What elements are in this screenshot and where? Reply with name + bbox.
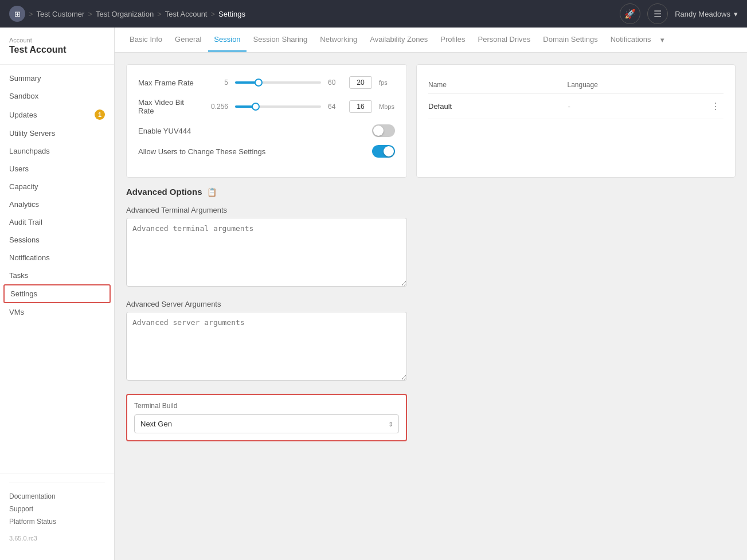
language-table-row: Default - ⋮ (428, 94, 723, 119)
video-bit-rate-min: 0.256 (208, 103, 228, 111)
tab-more-button[interactable]: ▾ (658, 31, 667, 49)
save-icon: 📋 (207, 187, 217, 197)
terminal-build-section: Terminal Build Next Gen Legacy (126, 394, 407, 441)
sidebar-item-settings[interactable]: Settings (3, 284, 111, 303)
account-label: Account (0, 37, 114, 45)
server-args-group: Advanced Server Arguments (126, 300, 407, 382)
terminal-build-select[interactable]: Next Gen Legacy (134, 414, 399, 433)
sidebar-item-launchpads[interactable]: Launchpads (0, 142, 114, 160)
allow-users-toggle-knob (384, 146, 394, 156)
col-name-header: Name (428, 81, 568, 89)
terminal-args-input[interactable] (126, 218, 407, 287)
row-menu-button[interactable]: ⋮ (707, 100, 723, 113)
sidebar-item-analytics[interactable]: Analytics (0, 195, 114, 213)
list-button[interactable]: ☰ (647, 3, 668, 24)
frame-rate-max: 60 (328, 79, 342, 87)
terminal-args-group: Advanced Terminal Arguments (126, 206, 407, 288)
lang-row-name: Default (428, 102, 568, 111)
video-bit-rate-max: 64 (328, 103, 342, 111)
rocket-icon: 🚀 (624, 9, 636, 19)
tab-domain-settings[interactable]: Domain Settings (537, 28, 603, 52)
sidebar-item-vms[interactable]: VMs (0, 303, 114, 321)
sidebar-item-capacity[interactable]: Capacity (0, 178, 114, 195)
language-panel: Name Language Default - ⋮ (416, 64, 736, 178)
breadcrumb-test-account[interactable]: Test Account (165, 10, 208, 18)
server-args-input[interactable] (126, 312, 407, 381)
breadcrumb-separator-0: > (29, 10, 33, 18)
sidebar-item-sandbox[interactable]: Sandbox (0, 87, 114, 105)
platform-status-link[interactable]: Platform Status (9, 518, 105, 526)
user-name: Randy Meadows (675, 10, 730, 18)
tab-notifications[interactable]: Notifications (605, 28, 657, 52)
breadcrumb-separator-3: > (210, 10, 215, 18)
tab-availability-zones[interactable]: Availability Zones (364, 28, 433, 52)
app-logo-icon: ⊞ (9, 6, 25, 22)
updates-badge: 1 (95, 109, 105, 120)
video-bit-rate-unit: Mbps (379, 103, 395, 110)
sidebar-item-summary[interactable]: Summary (0, 69, 114, 87)
video-bit-rate-slider[interactable] (235, 105, 321, 108)
tab-profiles[interactable]: Profiles (435, 28, 471, 52)
yuv444-toggle[interactable] (372, 124, 395, 137)
breadcrumb-area: ⊞ > Test Customer > Test Organization > … (9, 6, 245, 22)
version-label: 3.65.0.rc3 (9, 535, 105, 542)
tabs-bar: Basic Info General Session Session Shari… (115, 28, 747, 53)
sidebar-item-users[interactable]: Users (0, 160, 114, 178)
tab-personal-drives[interactable]: Personal Drives (472, 28, 537, 52)
max-frame-rate-label: Max Frame Rate (138, 79, 201, 87)
breadcrumb-settings: Settings (218, 10, 245, 18)
video-bit-rate-thumb[interactable] (252, 103, 260, 111)
terminal-build-label: Terminal Build (134, 402, 399, 410)
frame-rate-min: 5 (208, 79, 228, 87)
tab-session[interactable]: Session (208, 28, 246, 52)
breadcrumb-separator-2: > (157, 10, 162, 18)
top-nav: ⊞ > Test Customer > Test Organization > … (0, 0, 747, 28)
session-panel: Max Frame Rate 5 60 fps Max Video Bit Ra… (126, 64, 407, 178)
frame-rate-thumb[interactable] (255, 79, 263, 87)
max-video-bit-rate-label: Max Video Bit Rate (138, 98, 201, 115)
top-panels: Max Frame Rate 5 60 fps Max Video Bit Ra… (126, 64, 736, 178)
breadcrumb-test-org[interactable]: Test Organization (96, 10, 154, 18)
tab-general[interactable]: General (169, 28, 207, 52)
terminal-build-select-wrapper: Next Gen Legacy (134, 414, 399, 433)
yuv444-row: Enable YUV444 (138, 124, 395, 137)
sidebar: Account Test Account Summary Sandbox Upd… (0, 28, 115, 560)
tab-session-sharing[interactable]: Session Sharing (248, 28, 314, 52)
frame-rate-unit: fps (379, 79, 395, 86)
sidebar-footer: Documentation Support Platform Status 3.… (0, 473, 114, 551)
breadcrumb-test-customer[interactable]: Test Customer (37, 10, 85, 18)
terminal-args-label: Advanced Terminal Arguments (126, 206, 407, 214)
allow-users-label: Allow Users to Change These Settings (138, 147, 265, 156)
sidebar-item-notifications[interactable]: Notifications (0, 249, 114, 267)
sidebar-item-audit-trail[interactable]: Audit Trail (0, 213, 114, 231)
breadcrumb-separator-1: > (88, 10, 92, 18)
video-bit-rate-value[interactable] (349, 100, 372, 113)
advanced-options-title: Advanced Options 📋 (126, 187, 407, 197)
col-language-header: Language (568, 81, 707, 89)
content-area: Max Frame Rate 5 60 fps Max Video Bit Ra… (115, 53, 747, 560)
max-video-bit-rate-row: Max Video Bit Rate 0.256 64 Mbps (138, 98, 395, 115)
allow-users-toggle[interactable] (372, 145, 395, 158)
sidebar-item-updates[interactable]: Updates 1 (0, 105, 114, 124)
sidebar-item-sessions[interactable]: Sessions (0, 231, 114, 249)
tab-basic-info[interactable]: Basic Info (124, 28, 168, 52)
allow-users-row: Allow Users to Change These Settings (138, 145, 395, 158)
chevron-down-icon: ▾ (734, 10, 738, 18)
rocket-button[interactable]: 🚀 (620, 3, 640, 24)
main-content: Basic Info General Session Session Shari… (115, 28, 747, 560)
yuv444-label: Enable YUV444 (138, 127, 191, 135)
support-link[interactable]: Support (9, 505, 105, 513)
max-frame-rate-row: Max Frame Rate 5 60 fps (138, 76, 395, 89)
sidebar-item-utility-servers[interactable]: Utility Servers (0, 124, 114, 142)
sidebar-item-tasks[interactable]: Tasks (0, 267, 114, 284)
nav-right-area: 🚀 ☰ Randy Meadows ▾ (620, 3, 738, 24)
documentation-link[interactable]: Documentation (9, 492, 105, 500)
frame-rate-slider[interactable] (235, 81, 321, 84)
frame-rate-value[interactable] (349, 76, 372, 89)
tab-networking[interactable]: Networking (314, 28, 363, 52)
list-icon: ☰ (654, 9, 662, 19)
account-name: Test Account (0, 45, 114, 65)
app-layout: Account Test Account Summary Sandbox Upd… (0, 28, 747, 560)
yuv444-toggle-knob (373, 126, 384, 136)
user-menu[interactable]: Randy Meadows ▾ (675, 10, 738, 18)
